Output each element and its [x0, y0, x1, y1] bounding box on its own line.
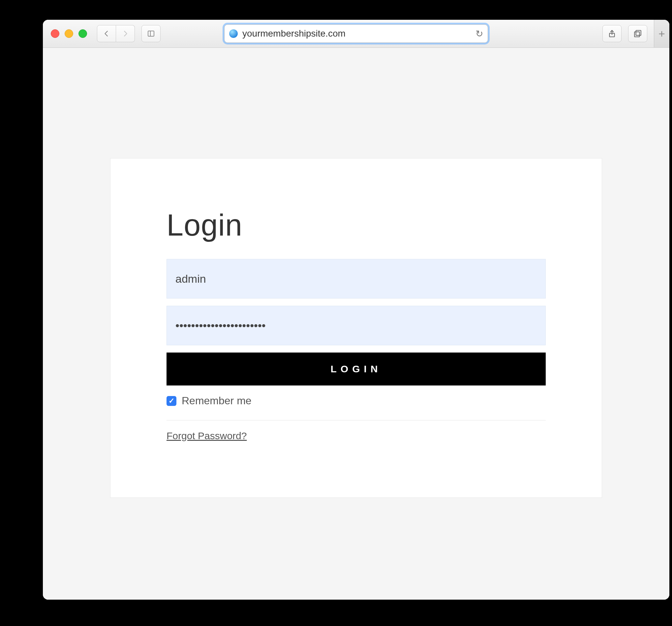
browser-window: ↻ +: [43, 20, 669, 600]
remember-me-checkbox[interactable]: ✓: [167, 396, 176, 406]
svg-rect-3: [636, 30, 641, 35]
close-window-button[interactable]: [51, 29, 59, 38]
reload-button[interactable]: ↻: [476, 28, 483, 39]
maximize-window-button[interactable]: [78, 29, 87, 38]
forgot-password-link[interactable]: Forgot Password?: [167, 430, 247, 441]
svg-rect-0: [148, 31, 154, 36]
new-tab-button[interactable]: +: [654, 20, 669, 47]
sidebar-toggle-button[interactable]: [141, 25, 161, 42]
share-icon: [608, 29, 616, 38]
tabs-button[interactable]: [628, 25, 647, 42]
address-bar[interactable]: ↻: [224, 24, 488, 43]
chevron-left-icon: [103, 30, 110, 37]
remember-me-label: Remember me: [182, 395, 251, 407]
page-content: Login LOGIN ✓ Remember me Forgot Passwor…: [43, 48, 669, 600]
globe-icon: [229, 29, 238, 38]
nav-buttons: [97, 25, 135, 42]
check-icon: ✓: [168, 397, 174, 405]
login-card: Login LOGIN ✓ Remember me Forgot Passwor…: [110, 158, 602, 498]
chevron-right-icon: [122, 30, 129, 37]
window-controls: [51, 29, 87, 38]
username-input[interactable]: [167, 259, 546, 299]
login-title: Login: [167, 208, 546, 243]
login-button[interactable]: LOGIN: [167, 353, 546, 385]
password-input[interactable]: [167, 306, 546, 345]
tabs-icon: [633, 29, 642, 38]
back-button[interactable]: [97, 25, 116, 42]
forward-button[interactable]: [116, 25, 135, 42]
divider: [167, 420, 546, 420]
remember-me[interactable]: ✓ Remember me: [167, 395, 546, 407]
plus-icon: +: [658, 27, 665, 40]
minimize-window-button[interactable]: [65, 29, 73, 38]
address-input[interactable]: [242, 28, 472, 39]
share-button[interactable]: [602, 25, 622, 42]
sidebar-icon: [147, 30, 155, 37]
browser-titlebar: ↻ +: [43, 20, 669, 48]
svg-rect-4: [634, 32, 639, 37]
